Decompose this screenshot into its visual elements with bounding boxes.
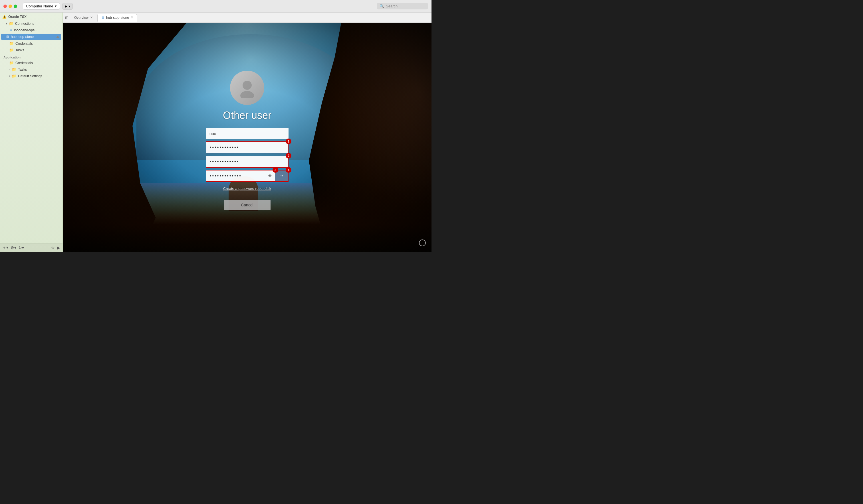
sidebar-item-tasks[interactable]: 📁 Tasks [1,47,61,53]
folder-icon: 📁 [9,21,13,26]
cancel-button[interactable]: Cancel [224,200,271,210]
password1-input[interactable] [206,142,288,153]
credentials-label: Credentials [15,42,33,46]
user-name-label: Other user [223,109,271,121]
folder-icon: 📁 [9,41,14,46]
tab-overview[interactable]: Overview ✕ [71,14,96,21]
chevron-right-icon: › [9,74,10,78]
password3-wrapper: 👁 → 3 4 [206,170,288,182]
hub-label: hub-step-stone [11,35,34,39]
play-toolbar-button[interactable]: ▶ [57,245,60,250]
folder-icon: 📁 [9,61,14,65]
folder-icon: 📁 [9,48,14,52]
username-input[interactable] [206,128,288,139]
password1-row [206,141,288,153]
password2-input[interactable] [206,156,288,167]
vps3-label: ihoogend-vps3 [14,28,37,32]
sidebar-item-default-settings[interactable]: › 📁 Default Settings [1,73,61,79]
tab-hub-label: hub-step-stone [106,16,129,20]
content-area: Other user 1 [63,23,432,252]
search-bar[interactable]: 🔍 Search [377,3,428,9]
tab-bar: ⊞ Overview ✕ 🖥 hub-step-stone ✕ [63,13,432,23]
sidebar-item-credentials[interactable]: 📁 Credentials [1,40,61,47]
app-tasks-label: Tasks [18,67,27,72]
search-placeholder: Search [386,4,398,8]
computer-name-dropdown[interactable]: Computer Name ▾ [23,2,60,10]
password2-row [206,156,288,168]
play-icon: ▶ [65,4,67,8]
app-layout: ⚠️ Oracle TSX ▾ 📁 Connections 🖥 ihoogend… [0,13,432,252]
password3-input[interactable] [206,170,265,181]
sidebar-item-vps3[interactable]: 🖥 ihoogend-vps3 [1,27,61,33]
add-button[interactable]: ＋▾ [2,245,8,250]
svg-point-1 [240,91,254,98]
svg-point-0 [242,81,252,90]
app-credentials-label: Credentials [15,61,33,65]
windows-background: Other user 1 [63,23,432,252]
tab-hub-close[interactable]: ✕ [131,16,133,20]
folder-icon: 📁 [12,67,16,72]
username-field-wrapper [206,128,288,139]
badge-3: 3 [273,167,278,173]
tasks-label: Tasks [15,48,24,52]
login-form: 1 2 👁 [206,128,288,191]
main-panel: ⊞ Overview ✕ 🖥 hub-step-stone ✕ [63,13,432,252]
settings-button[interactable]: ⚙▾ [11,245,16,250]
minimize-button[interactable] [9,4,12,8]
tab-hub-icon: 🖥 [101,16,104,20]
reset-link[interactable]: Create a password reset disk [206,186,288,191]
user-avatar [230,71,264,105]
sidebar-item-connections[interactable]: ▾ 📁 Connections [1,20,61,27]
sidebar-item-app-tasks[interactable]: › 📁 Tasks [1,66,61,73]
chevron-down-icon: ▾ [55,4,57,8]
star-button[interactable]: ☆ [51,245,55,250]
play-button[interactable]: ▶ ▾ [62,3,73,10]
password1-wrapper: 1 [206,141,288,153]
play-chevron-icon: ▾ [68,4,70,8]
titlebar: Computer Name ▾ ▶ ▾ 🔍 Search [0,0,432,13]
sidebar-item-hub[interactable]: 🖥 hub-step-stone ⏏ [1,34,61,40]
search-icon: 🔍 [379,4,384,8]
tab-overview-close[interactable]: ✕ [90,16,93,20]
sidebar-toolbar: ＋▾ ⚙▾ ↻▾ ☆ ▶ [0,243,62,252]
sync-button[interactable]: ↻▾ [18,245,24,250]
maximize-button[interactable] [14,4,17,8]
application-section-label: Application [0,53,62,60]
computer-name-label: Computer Name [26,4,53,8]
folder-icon: 🖥 [6,35,9,39]
badge-2: 2 [286,153,291,158]
sidebar-root: ⚠️ Oracle TSX [0,14,62,20]
close-button[interactable] [3,4,7,8]
password2-wrapper: 2 [206,156,288,168]
sidebar: ⚠️ Oracle TSX ▾ 📁 Connections 🖥 ihoogend… [0,13,63,252]
chevron-right-icon: › [9,68,10,71]
badge-4: 4 [286,167,291,173]
grid-icon[interactable]: ⊞ [65,15,68,20]
badge-1: 1 [286,139,291,144]
tab-overview-label: Overview [74,16,88,20]
server-icon: 🖥 [9,28,12,32]
login-overlay: Other user 1 [63,23,432,252]
folder-icon: 📁 [12,74,16,78]
eject-icon: ⏏ [56,35,59,39]
sidebar-root-label: Oracle TSX [8,15,27,19]
default-settings-label: Default Settings [18,74,42,78]
chevron-down-icon: ▾ [6,22,7,25]
warning-icon: ⚠️ [2,15,7,19]
tab-hub[interactable]: 🖥 hub-step-stone ✕ [97,14,137,22]
traffic-lights [3,4,17,8]
connections-label: Connections [15,22,34,26]
sidebar-item-app-credentials[interactable]: 📁 Credentials [1,60,61,66]
